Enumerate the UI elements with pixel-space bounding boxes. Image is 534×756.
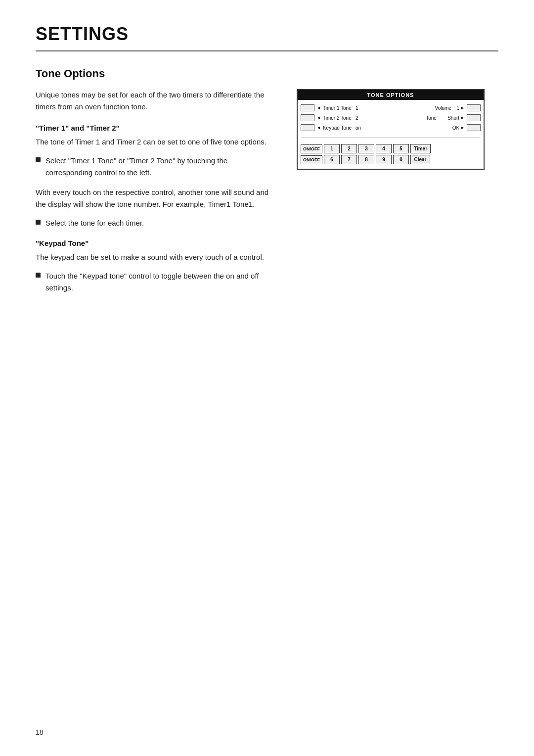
tone-row-2-right-btn[interactable]	[467, 114, 481, 121]
tone-row-3-right-val: OK	[452, 125, 459, 131]
tone-row-2-val: 2	[356, 115, 363, 121]
timer-bullet-text: Select "Timer 1 Tone" or "Timer 2 Tone" …	[45, 155, 273, 179]
tone-row-1-right-btn[interactable]	[467, 104, 481, 111]
tone-row-3: ◄ Keypad Tone on OK ►	[298, 123, 484, 133]
tone-row-2-arrow-left: ◄	[316, 115, 321, 120]
tone-row-2-sublabel: Tone	[426, 115, 445, 121]
select-bullet: Select the tone for each timer.	[36, 217, 273, 229]
intro-text: Unique tones may be set for each of the …	[36, 89, 273, 113]
title-divider	[36, 50, 498, 51]
tone-row-3-arrow-right: ►	[460, 125, 465, 130]
tone-row-3-label: Keypad Tone	[323, 125, 354, 131]
timer-subsection-title: "Timer 1" and "Timer 2"	[36, 124, 273, 132]
tone-row-1: ◄ Timer 1 Tone 1 Volume 1 ►	[298, 103, 484, 113]
page-title: SETTINGS	[36, 24, 498, 45]
middle-text: With every touch on the respective contr…	[36, 187, 273, 210]
diagram-column: TONE OPTIONS ◄ Timer 1 Tone 1 Volume 1 ►	[297, 89, 485, 170]
text-column: Unique tones may be set for each of the …	[36, 89, 273, 302]
tone-row-1-content: ◄ Timer 1 Tone 1 Volume 1 ►	[316, 105, 465, 111]
tone-row-1-left-btn[interactable]	[301, 104, 314, 111]
timer-button[interactable]: Timer	[410, 144, 431, 153]
tone-row-3-val: on	[356, 125, 363, 131]
section-title: Tone Options	[36, 67, 498, 80]
tone-row-2-left-btn[interactable]	[301, 114, 314, 121]
tone-row-2-right-val: Short	[447, 115, 459, 121]
keypad-bullet-text: Touch the "Keypad tone" control to toggl…	[45, 270, 273, 294]
timer-description: The tone of Timer 1 and Timer 2 can be s…	[36, 136, 273, 148]
tone-row-2-right: Short ►	[447, 115, 465, 121]
tone-row-1-sublabel: Volume	[435, 105, 455, 111]
tone-row-1-right: 1 ►	[457, 105, 465, 111]
tone-row-1-arrow-left: ◄	[316, 105, 321, 110]
bullet-icon	[36, 157, 41, 162]
select-bullet-text: Select the tone for each timer.	[45, 217, 273, 229]
bullet-icon-3	[36, 273, 41, 278]
keypad-key-7[interactable]: 7	[341, 155, 357, 164]
tone-rows: ◄ Timer 1 Tone 1 Volume 1 ►	[298, 100, 484, 136]
clear-button[interactable]: Clear	[410, 155, 430, 164]
page-number: 18	[36, 728, 44, 736]
keypad-row-1: ON/OFF 1 2 3 4 5 Timer	[301, 144, 481, 153]
tone-row-3-content: ◄ Keypad Tone on OK ►	[316, 125, 465, 131]
tone-diagram-header: TONE OPTIONS	[298, 90, 484, 100]
tone-row-2-arrow-right: ►	[460, 115, 465, 120]
bullet-icon-2	[36, 220, 41, 225]
keypad-description: The keypad can be set to make a sound wi…	[36, 251, 273, 263]
timer-bullet: Select "Timer 1 Tone" or "Timer 2 Tone" …	[36, 155, 273, 179]
keypad-key-0[interactable]: 0	[393, 155, 409, 164]
keypad-section: ON/OFF 1 2 3 4 5 Timer ON/OFF 6 7 8 9 0 …	[298, 140, 484, 169]
tone-row-2-label: Timer 2 Tone	[323, 115, 354, 121]
keypad-key-4[interactable]: 4	[376, 144, 392, 153]
keypad-subsection-title: "Keypad Tone"	[36, 239, 273, 247]
keypad-key-5[interactable]: 5	[393, 144, 409, 153]
tone-row-3-arrow-left: ◄	[316, 125, 321, 130]
keypad-key-8[interactable]: 8	[358, 155, 374, 164]
tone-divider	[301, 138, 481, 138]
tone-row-3-right: OK ►	[452, 125, 465, 131]
tone-row-1-right-val: 1	[457, 105, 460, 111]
keypad-row-2: ON/OFF 6 7 8 9 0 Clear	[301, 155, 481, 164]
tone-row-1-label: Timer 1 Tone	[323, 105, 354, 111]
keypad-key-6[interactable]: 6	[324, 155, 340, 164]
tone-row-1-arrow-right: ►	[460, 105, 465, 110]
tone-row-3-right-btn[interactable]	[467, 124, 481, 131]
content-layout: Unique tones may be set for each of the …	[36, 89, 498, 302]
keypad-key-1[interactable]: 1	[324, 144, 340, 153]
keypad-key-2[interactable]: 2	[341, 144, 357, 153]
keypad-onoff-1[interactable]: ON/OFF	[301, 144, 322, 153]
tone-row-1-val: 1	[356, 105, 363, 111]
keypad-subsection: "Keypad Tone" The keypad can be set to m…	[36, 239, 273, 294]
keypad-key-9[interactable]: 9	[376, 155, 392, 164]
tone-diagram: TONE OPTIONS ◄ Timer 1 Tone 1 Volume 1 ►	[297, 89, 485, 170]
tone-row-2-content: ◄ Timer 2 Tone 2 Tone Short ►	[316, 115, 465, 121]
keypad-bullet: Touch the "Keypad tone" control to toggl…	[36, 270, 273, 294]
timer-subsection: "Timer 1" and "Timer 2" The tone of Time…	[36, 124, 273, 179]
keypad-key-3[interactable]: 3	[358, 144, 374, 153]
tone-row-2: ◄ Timer 2 Tone 2 Tone Short ►	[298, 113, 484, 123]
tone-row-3-left-btn[interactable]	[301, 124, 314, 131]
keypad-onoff-2[interactable]: ON/OFF	[301, 155, 322, 164]
